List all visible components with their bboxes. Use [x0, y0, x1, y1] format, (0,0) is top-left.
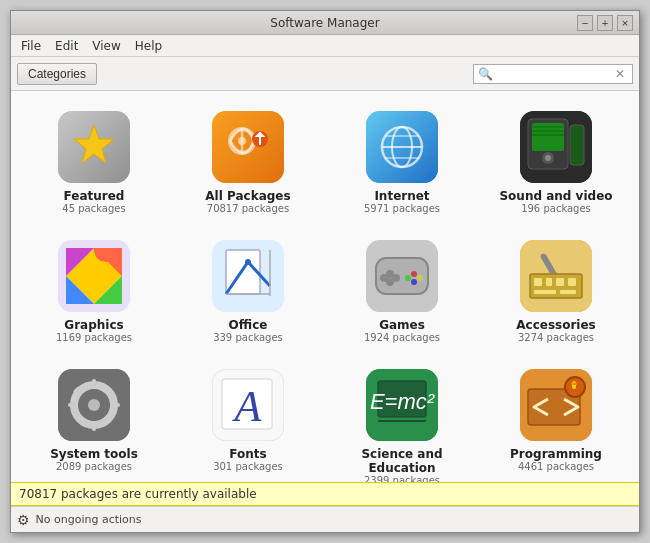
- category-item-programming[interactable]: Programming4461 packages: [483, 359, 629, 482]
- svg-point-35: [411, 279, 417, 285]
- category-item-graphics[interactable]: Graphics1169 packages: [21, 230, 167, 351]
- gear-icon: ⚙: [17, 512, 30, 528]
- category-item-internet[interactable]: Internet5971 packages: [329, 101, 475, 222]
- categories-button[interactable]: Categories: [17, 63, 97, 85]
- category-item-accessories[interactable]: Accessories3274 packages: [483, 230, 629, 351]
- svg-point-33: [411, 271, 417, 277]
- category-item-featured[interactable]: Featured45 packages: [21, 101, 167, 222]
- category-item-office[interactable]: Office339 packages: [175, 230, 321, 351]
- svg-rect-45: [560, 290, 576, 294]
- category-name-featured: Featured: [64, 189, 125, 203]
- toolbar: Categories 🔍 ✕: [11, 57, 639, 91]
- category-count-soundvideo: 196 packages: [521, 203, 591, 214]
- category-name-fonts: Fonts: [229, 447, 266, 461]
- packages-status-bar: 70817 packages are currently available: [11, 482, 639, 506]
- category-count-featured: 45 packages: [62, 203, 125, 214]
- search-box: 🔍 ✕: [473, 64, 633, 84]
- category-item-allpackages[interactable]: All Packages70817 packages: [175, 101, 321, 222]
- svg-rect-44: [534, 290, 556, 294]
- search-input[interactable]: [495, 67, 615, 81]
- category-name-games: Games: [379, 318, 425, 332]
- window-controls: − + ×: [577, 15, 633, 31]
- category-count-allpackages: 70817 packages: [207, 203, 289, 214]
- svg-rect-40: [534, 278, 542, 286]
- menu-help[interactable]: Help: [129, 37, 168, 55]
- category-count-fonts: 301 packages: [213, 461, 283, 472]
- menu-file[interactable]: File: [15, 37, 47, 55]
- svg-point-34: [417, 275, 423, 281]
- categories-grid: Featured45 packagesAll Packages70817 pac…: [21, 101, 629, 482]
- close-button[interactable]: ×: [617, 15, 633, 31]
- category-name-programming: Programming: [510, 447, 602, 461]
- menu-view[interactable]: View: [86, 37, 126, 55]
- category-count-science: 2399 packages: [364, 475, 440, 482]
- category-count-graphics: 1169 packages: [56, 332, 132, 343]
- svg-rect-42: [556, 278, 564, 286]
- category-name-graphics: Graphics: [64, 318, 123, 332]
- svg-point-31: [380, 274, 388, 282]
- title-bar: Software Manager − + ×: [11, 11, 639, 35]
- menu-bar: File Edit View Help: [11, 35, 639, 57]
- category-name-office: Office: [229, 318, 268, 332]
- svg-rect-20: [570, 125, 584, 165]
- svg-rect-2: [212, 111, 284, 183]
- category-item-systemtools[interactable]: System tools2089 packages: [21, 359, 167, 482]
- packages-available-text: 70817 packages are currently available: [19, 487, 257, 501]
- menu-edit[interactable]: Edit: [49, 37, 84, 55]
- svg-point-19: [545, 155, 551, 161]
- category-name-internet: Internet: [374, 189, 429, 203]
- svg-rect-41: [546, 278, 552, 286]
- category-item-games[interactable]: Games1924 packages: [329, 230, 475, 351]
- category-count-accessories: 3274 packages: [518, 332, 594, 343]
- svg-rect-43: [568, 278, 576, 286]
- category-item-soundvideo[interactable]: Sound and video196 packages: [483, 101, 629, 222]
- svg-rect-50: [92, 421, 96, 431]
- svg-rect-52: [110, 403, 120, 407]
- main-window: Software Manager − + × File Edit View He…: [10, 10, 640, 533]
- category-name-accessories: Accessories: [516, 318, 596, 332]
- category-count-games: 1924 packages: [364, 332, 440, 343]
- bottom-status-bar: ⚙ No ongoing actions: [11, 506, 639, 532]
- search-clear-icon[interactable]: ✕: [615, 67, 625, 81]
- category-count-office: 339 packages: [213, 332, 283, 343]
- svg-point-48: [88, 399, 100, 411]
- svg-text:A: A: [232, 382, 263, 431]
- category-count-internet: 5971 packages: [364, 203, 440, 214]
- svg-text:E=mc²: E=mc²: [370, 389, 435, 414]
- window-title: Software Manager: [270, 16, 379, 30]
- category-name-soundvideo: Sound and video: [499, 189, 612, 203]
- category-item-fonts[interactable]: AFonts301 packages: [175, 359, 321, 482]
- category-name-science: Science and Education: [335, 447, 469, 475]
- svg-rect-51: [68, 403, 78, 407]
- svg-point-25: [245, 259, 251, 265]
- maximize-button[interactable]: +: [597, 15, 613, 31]
- svg-point-36: [405, 275, 411, 281]
- minimize-button[interactable]: −: [577, 15, 593, 31]
- no-actions-text: No ongoing actions: [36, 513, 142, 526]
- svg-rect-49: [92, 379, 96, 389]
- category-name-allpackages: All Packages: [205, 189, 290, 203]
- category-name-systemtools: System tools: [50, 447, 138, 461]
- category-item-science[interactable]: E=mc²Science and Education2399 packages: [329, 359, 475, 482]
- svg-point-32: [392, 274, 400, 282]
- search-icon: 🔍: [478, 67, 493, 81]
- svg-rect-66: [571, 383, 577, 385]
- category-count-systemtools: 2089 packages: [56, 461, 132, 472]
- category-count-programming: 4461 packages: [518, 461, 594, 472]
- main-content: Featured45 packagesAll Packages70817 pac…: [11, 91, 639, 482]
